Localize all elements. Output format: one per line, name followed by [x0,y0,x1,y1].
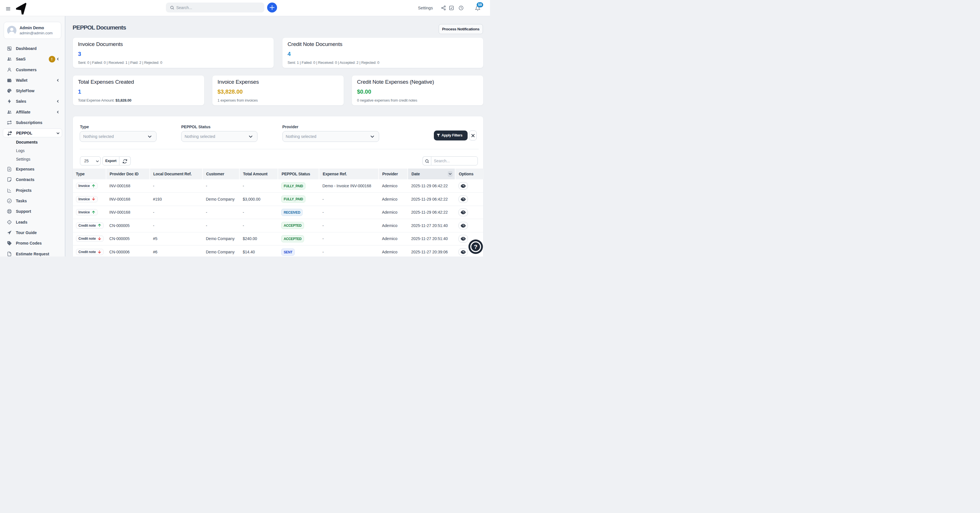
svg-text:?: ? [474,244,477,250]
